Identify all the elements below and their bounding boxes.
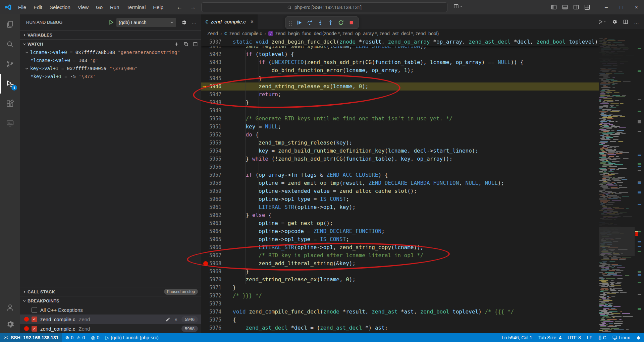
toolbar-drag-handle[interactable] [288,20,292,26]
status-cursor-position[interactable]: Ln 5946, Col 1 [499,333,535,342]
problems-indicator[interactable]: ⊗0⚠0 [62,333,88,342]
ruler-decoration [638,241,641,242]
code-text: zend_ast_decl *decl = (zend_ast_decl *) … [233,324,388,332]
editor-settings-gear-icon[interactable] [612,19,617,24]
activity-extensions[interactable] [0,94,20,113]
step-out-button[interactable] [326,18,335,27]
toggle-secondary-sidebar-icon[interactable] [573,4,579,10]
code-text: /* RTD key is placed after lcname litera… [233,251,423,260]
chevron-down-icon [22,299,26,303]
status-language-mode[interactable]: {} C [595,333,609,342]
duplicate-icon[interactable] [183,42,189,47]
menu-help[interactable]: Help [149,0,167,14]
tab-zend-compile[interactable]: C zend_compile.c × [201,14,258,29]
status-remote-os[interactable]: Linux [609,333,633,342]
code-text: opline->opcode = ZEND_DECLARE_FUNCTION; [233,227,385,235]
breakpoint-row[interactable]: All C++ Exceptions [20,305,201,315]
watch-section-header[interactable]: WATCH [20,39,201,48]
watch-expression-item[interactable]: key->val+1 = 0x7ffff7a00059 "\373\006" [20,64,201,72]
customize-layout-icon[interactable] [584,4,590,10]
menu-edit[interactable]: Edit [30,0,46,14]
run-or-debug-dropdown-icon[interactable] [598,19,606,24]
ruler-decoration [638,274,641,276]
status-tab-size[interactable]: Tab Size: 4 [535,333,565,342]
code-text: if (UNEXPECTED(zend_hash_add_ptr(CG(func… [233,58,524,66]
call-stack-section-header[interactable]: CALL STACK Paused on step [20,287,201,296]
watch-expression-item[interactable]: lcname->val+0 = 0x7ffff7a8b108 "generate… [20,48,201,56]
add-watch-expression-icon[interactable] [174,42,179,47]
step-over-button[interactable] [305,18,314,27]
sticky-scroll-line[interactable]: 5907static void zend_begin_func_decl(zno… [201,38,599,46]
collapse-all-icon[interactable] [193,42,198,47]
breadcrumb-item[interactable]: zend_begin_func_decl(znode *, zend_op_ar… [275,31,439,36]
window-close-button[interactable]: × [629,0,644,14]
watch-text: 'g' [90,58,98,63]
command-center[interactable]: php-src [SSH: 192.168.138.131] [201,2,447,12]
menu-selection[interactable]: Selection [46,0,74,14]
indent-guide [246,50,246,284]
activity-search[interactable] [0,34,20,54]
line-number: 5943 [204,58,221,66]
status-encoding[interactable]: UTF-8 [565,333,584,342]
debug-launch-status[interactable]: ▷ (gdb) Launch (php-src) [102,333,161,342]
nav-forward-icon[interactable]: → [190,4,196,11]
line-number: 5967 [204,251,221,260]
breadcrumb-item[interactable]: Zend [207,31,218,36]
menu-terminal[interactable]: Terminal [123,0,150,14]
step-into-button[interactable] [315,18,325,27]
breakpoint-checkbox[interactable]: ✓ [32,317,37,322]
start-debug-icon[interactable] [108,19,114,25]
watch-child-item[interactable]: *key->val+1 = -5 '\373' [20,72,201,80]
breadcrumb-item[interactable]: zend_compile.c [229,31,262,36]
chevron-down-icon[interactable] [24,50,29,55]
activity-source-control[interactable] [0,54,20,74]
variables-section-header[interactable]: VARIABLES [20,30,201,39]
breakpoint-row[interactable]: ✓zend_compile.cZend×5946 [20,315,201,324]
activity-settings[interactable] [0,316,20,333]
menu-go[interactable]: Go [92,0,106,14]
stop-button[interactable] [346,18,356,27]
toggle-panel-icon[interactable] [562,4,568,10]
watch-child-item[interactable]: *lcname->val+0 = 103 'g' [20,56,201,64]
split-editor-icon[interactable] [623,19,628,24]
activity-run-and-debug[interactable]: 1 [0,74,20,94]
explorer-icon [6,20,14,29]
menu-run[interactable]: Run [106,0,123,14]
menu-view[interactable]: View [74,0,92,14]
code-line: 5972/* }}} */ [201,292,599,300]
debug-settings-gear-icon[interactable] [181,20,186,25]
activity-explorer[interactable] [0,14,20,34]
remote-indicator[interactable]: >< SSH: 192.168.138.131 [0,333,62,342]
code-area[interactable]: 5941 zend_register_seen_symbol(lcname, Z… [201,38,644,333]
remove-breakpoint-icon[interactable]: × [174,317,177,322]
editor-more-actions-icon[interactable]: … [634,19,639,24]
breakpoint-checkbox[interactable] [32,307,37,313]
code-line: 5962 } else { [201,211,599,219]
sidebar-more-actions-icon[interactable]: … [192,19,197,25]
breakpoints-section-header[interactable]: BREAKPOINTS [20,296,201,305]
split-window-dropdown-icon[interactable] [453,4,463,9]
activity-accounts[interactable] [0,299,20,316]
ports-indicator[interactable]: ◎ 0 [88,333,102,342]
restart-button[interactable] [336,18,345,27]
continue-button[interactable] [294,18,304,27]
menu-file[interactable]: File [14,0,30,14]
overview-ruler-scrollbar[interactable] [635,38,644,333]
launch-config-select[interactable]: (gdb) Launch [116,18,176,27]
toggle-primary-sidebar-icon[interactable] [551,4,557,10]
edit-breakpoint-icon[interactable] [165,317,170,322]
watch-text: lcname->val+0 [30,50,67,55]
minimap[interactable] [599,38,635,333]
watch-text: '\373' [78,74,96,79]
activity-remote-explorer[interactable] [0,113,20,133]
chevron-down-icon[interactable] [24,66,29,71]
window-minimize-button[interactable]: – [599,0,614,14]
window-maximize-button[interactable]: □ [614,0,629,14]
line-number: 5976 [204,324,221,332]
nav-back-icon[interactable]: ← [176,4,182,11]
breakpoint-checkbox[interactable]: ✓ [32,326,37,332]
breakpoint-row[interactable]: ✓zend_compile.cZend5968 [20,324,201,333]
tab-close-icon[interactable]: × [251,19,254,25]
status-eol[interactable]: LF [584,333,595,342]
status-notifications[interactable] [633,333,644,342]
